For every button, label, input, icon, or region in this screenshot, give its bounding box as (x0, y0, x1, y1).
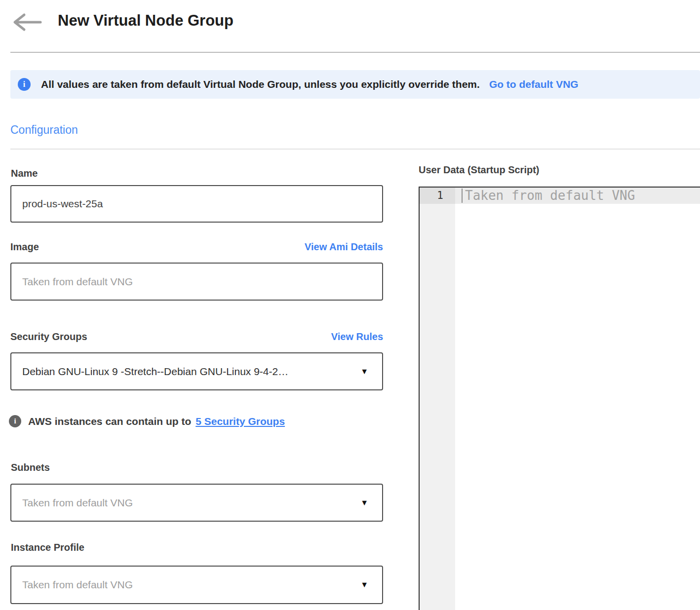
chevron-down-icon: ▼ (360, 580, 368, 589)
security-note-text: AWS instances can contain up to (28, 416, 191, 427)
chevron-down-icon: ▼ (360, 367, 368, 376)
info-banner: i All values are taken from default Virt… (10, 70, 700, 99)
header-divider (10, 52, 700, 53)
name-input[interactable] (10, 185, 383, 223)
chevron-down-icon: ▼ (360, 498, 368, 507)
subnets-placeholder: Taken from default VNG (22, 497, 133, 509)
back-arrow-icon[interactable] (12, 13, 42, 32)
view-ami-details-link[interactable]: View Ami Details (305, 241, 383, 253)
instance-profile-select[interactable]: Taken from default VNG ▼ (10, 566, 383, 604)
section-divider (10, 149, 700, 150)
info-icon: i (18, 78, 31, 91)
editor-active-line[interactable]: Taken from default VNG (455, 188, 700, 204)
configuration-section-link[interactable]: Configuration (10, 123, 78, 137)
user-data-editor[interactable]: 1 Taken from default VNG (419, 187, 700, 610)
five-security-groups-link[interactable]: 5 Security Groups (195, 416, 285, 427)
security-groups-value: Debian GNU-Linux 9 -Stretch--Debian GNU-… (22, 366, 288, 378)
image-label: Image (10, 241, 39, 253)
image-label-row: Image View Ami Details (10, 241, 383, 253)
instance-profile-placeholder: Taken from default VNG (22, 579, 133, 591)
security-groups-select[interactable]: Debian GNU-Linux 9 -Stretch--Debian GNU-… (10, 352, 383, 390)
user-data-label: User Data (Startup Script) (419, 164, 540, 176)
security-groups-label-row: Security Groups View Rules (10, 331, 383, 343)
security-note-row: i AWS instances can contain up to 5 Secu… (9, 415, 374, 427)
subnets-select[interactable]: Taken from default VNG ▼ (10, 484, 383, 522)
instance-profile-label: Instance Profile (11, 542, 84, 553)
text-cursor-icon (462, 189, 463, 203)
banner-text: All values are taken from default Virtua… (41, 78, 480, 90)
subnets-label: Subnets (11, 462, 50, 473)
editor-placeholder: Taken from default VNG (465, 188, 635, 204)
security-groups-label: Security Groups (10, 331, 87, 343)
name-label: Name (11, 168, 38, 179)
info-icon-gray: i (9, 415, 21, 427)
page-title: New Virtual Node Group (58, 12, 233, 30)
view-rules-link[interactable]: View Rules (331, 331, 383, 343)
go-to-default-vng-link[interactable]: Go to default VNG (489, 78, 579, 90)
editor-line-number: 1 (420, 188, 455, 204)
image-input[interactable] (10, 263, 383, 301)
editor-gutter: 1 (420, 188, 455, 610)
